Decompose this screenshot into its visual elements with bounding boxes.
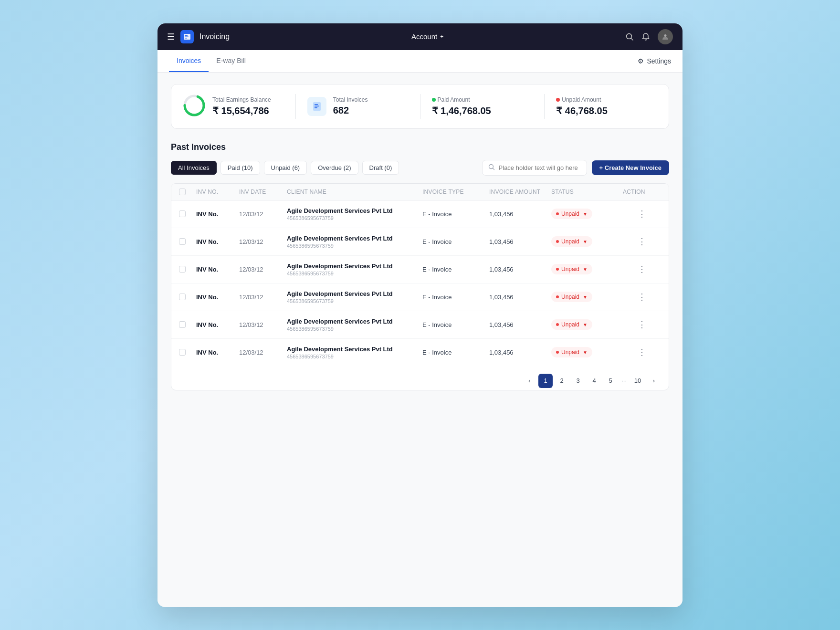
th-invoice-type: Invoice Type <box>422 189 489 195</box>
svg-line-5 <box>631 38 633 40</box>
row-client-3: Agile Development Services Pvt Ltd 45653… <box>287 290 422 304</box>
row-inv-no-1: INV No. <box>196 238 239 245</box>
row-date-2: 12/03/12 <box>239 266 287 273</box>
filter-unpaid[interactable]: Unpaid (6) <box>264 161 307 175</box>
pagination-page-4[interactable]: 4 <box>587 374 601 388</box>
row-checkbox-4[interactable] <box>179 321 186 328</box>
account-label: Account + <box>411 32 443 41</box>
row-action-3[interactable]: ⋮ <box>623 292 661 302</box>
stat-info-earnings: Total Earnings Balance ₹ 15,654,786 <box>212 96 271 116</box>
row-amount-5: 1,03,456 <box>489 349 551 356</box>
paid-label: Paid Amount <box>432 96 491 103</box>
pagination-page-5[interactable]: 5 <box>603 374 618 388</box>
row-amount-0: 1,03,456 <box>489 210 551 218</box>
svg-rect-11 <box>315 105 319 106</box>
pagination-page-2[interactable]: 2 <box>555 374 569 388</box>
stat-card-earnings: Total Earnings Balance ₹ 15,654,786 <box>183 94 296 119</box>
row-action-1[interactable]: ⋮ <box>623 236 661 247</box>
row-status-3[interactable]: Unpaid ▼ <box>551 292 623 302</box>
row-date-4: 12/03/12 <box>239 321 287 328</box>
row-action-5[interactable]: ⋮ <box>623 347 661 357</box>
avatar[interactable] <box>658 29 673 44</box>
filter-all-invoices[interactable]: All Invoices <box>171 161 217 175</box>
row-checkbox-2[interactable] <box>179 266 186 273</box>
row-checkbox-1[interactable] <box>179 238 186 245</box>
create-new-invoice-button[interactable]: + Create New Invoice <box>592 160 669 175</box>
pagination-page-1[interactable]: 1 <box>538 374 553 388</box>
row-inv-no-5: INV No. <box>196 349 239 356</box>
tab-eway-bill[interactable]: E-way Bill <box>209 50 253 72</box>
table-row: INV No. 12/03/12 Agile Development Servi… <box>171 200 669 228</box>
pagination-dots: ··· <box>620 377 629 384</box>
tabs-container: Invoices E-way Bill <box>169 50 253 72</box>
total-invoices-value: 682 <box>333 105 368 116</box>
header-right <box>625 29 673 44</box>
row-type-2: E - Invoice <box>422 266 489 273</box>
row-type-0: E - Invoice <box>422 210 489 218</box>
earnings-icon <box>183 94 206 119</box>
row-date-1: 12/03/12 <box>239 238 287 245</box>
row-date-3: 12/03/12 <box>239 294 287 301</box>
row-checkbox-5[interactable] <box>179 349 186 356</box>
filter-draft[interactable]: Draft (0) <box>362 161 399 175</box>
row-amount-2: 1,03,456 <box>489 266 551 273</box>
filter-overdue[interactable]: Overdue (2) <box>311 161 358 175</box>
total-invoices-label: Total Invoices <box>333 96 368 103</box>
table-header: Inv No. Inv Date Client Name Invoice Typ… <box>171 184 669 200</box>
row-status-1[interactable]: Unpaid ▼ <box>551 236 623 247</box>
row-action-2[interactable]: ⋮ <box>623 264 661 274</box>
settings-button[interactable]: ⚙ Settings <box>638 57 671 65</box>
stat-card-invoices: Total Invoices 682 <box>296 94 420 119</box>
row-action-4[interactable]: ⋮ <box>623 319 661 330</box>
filter-paid[interactable]: Paid (10) <box>220 161 260 175</box>
pagination-next[interactable]: › <box>647 374 661 388</box>
stat-info-total-invoices: Total Invoices 682 <box>333 96 368 116</box>
row-status-4[interactable]: Unpaid ▼ <box>551 319 623 330</box>
row-status-0[interactable]: Unpaid ▼ <box>551 209 623 219</box>
row-type-3: E - Invoice <box>422 294 489 301</box>
stat-card-unpaid: Unpaid Amount ₹ 46,768.05 <box>545 94 657 119</box>
th-action: Action <box>623 189 661 195</box>
row-inv-no-4: INV No. <box>196 321 239 328</box>
table-row: INV No. 12/03/12 Agile Development Servi… <box>171 339 669 366</box>
row-checkbox-0[interactable] <box>179 210 186 217</box>
select-all-checkbox[interactable] <box>179 189 186 195</box>
hamburger-icon[interactable]: ☰ <box>167 32 175 42</box>
stat-card-paid: Paid Amount ₹ 1,46,768.05 <box>420 94 545 119</box>
paid-value: ₹ 1,46,768.05 <box>432 105 491 116</box>
tab-invoices[interactable]: Invoices <box>169 50 209 72</box>
header: ☰ Invoicing Account + <box>158 23 682 50</box>
svg-rect-2 <box>185 36 189 37</box>
pagination-page-last[interactable]: 10 <box>630 374 645 388</box>
header-left: ☰ Invoicing <box>167 30 230 43</box>
row-client-4: Agile Development Services Pvt Ltd 45653… <box>287 318 422 332</box>
row-client-5: Agile Development Services Pvt Ltd 45653… <box>287 346 422 359</box>
row-action-0[interactable]: ⋮ <box>623 209 661 219</box>
gear-icon: ⚙ <box>638 57 644 65</box>
search-icon-button[interactable] <box>625 32 634 41</box>
row-amount-1: 1,03,456 <box>489 238 551 245</box>
row-amount-3: 1,03,456 <box>489 294 551 301</box>
table-row: INV No. 12/03/12 Agile Development Servi… <box>171 256 669 284</box>
row-inv-no-0: INV No. <box>196 210 239 218</box>
row-checkbox-3[interactable] <box>179 294 186 300</box>
search-container <box>482 160 587 176</box>
th-client-name: Client Name <box>287 189 422 195</box>
table-row: INV No. 12/03/12 Agile Development Servi… <box>171 228 669 256</box>
unpaid-label: Unpaid Amount <box>556 96 608 103</box>
pagination-page-3[interactable]: 3 <box>571 374 585 388</box>
stat-info-unpaid: Unpaid Amount ₹ 46,768.05 <box>556 96 608 116</box>
section-title: Past Invoices <box>171 142 669 152</box>
row-date-0: 12/03/12 <box>239 210 287 218</box>
th-inv-date: Inv Date <box>239 189 287 195</box>
row-amount-4: 1,03,456 <box>489 321 551 328</box>
svg-point-6 <box>664 34 667 37</box>
row-status-5[interactable]: Unpaid ▼ <box>551 347 623 357</box>
invoice-table: Inv No. Inv Date Client Name Invoice Typ… <box>171 183 669 390</box>
row-status-2[interactable]: Unpaid ▼ <box>551 264 623 274</box>
search-input[interactable] <box>499 164 581 171</box>
th-inv-no: Inv No. <box>196 189 239 195</box>
bell-icon-button[interactable] <box>641 32 650 41</box>
filter-tabs: All Invoices Paid (10) Unpaid (6) Overdu… <box>171 161 399 175</box>
pagination-prev[interactable]: ‹ <box>522 374 536 388</box>
